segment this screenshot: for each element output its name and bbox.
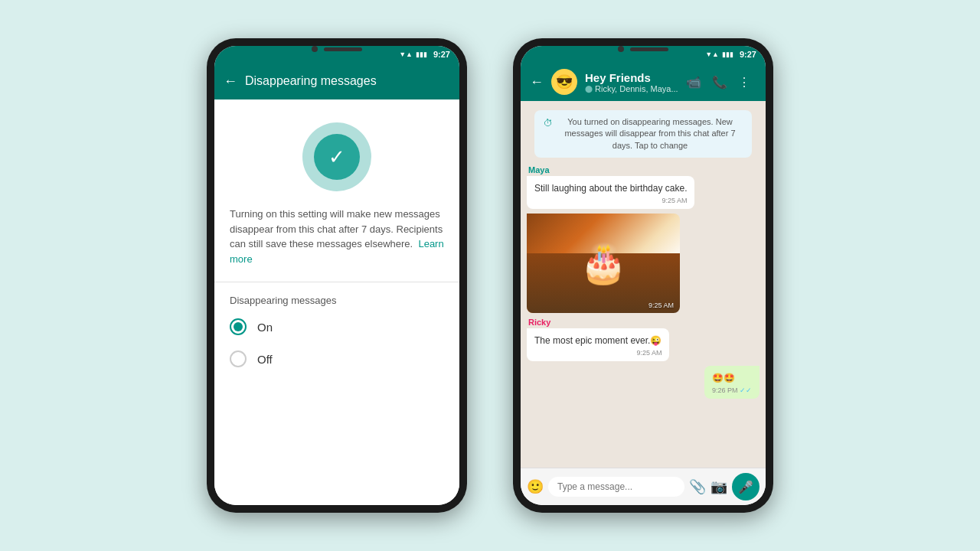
chat-name: Hey Friends <box>585 71 678 84</box>
signal-icon: ▮▮▮ <box>416 51 427 58</box>
description-area: Turning on this setting will make new me… <box>214 207 459 282</box>
maya-time: 9:25 AM <box>534 197 687 204</box>
options-section: Disappearing messages On Off <box>214 295 459 367</box>
chat-title-area[interactable]: Hey Friends ⬤ Ricky, Dennis, Maya... <box>585 71 678 93</box>
message-input[interactable] <box>548 477 684 497</box>
system-notice[interactable]: ⏱ You turned on disappearing messages. N… <box>534 110 752 158</box>
video-call-icon[interactable]: 📹 <box>686 75 701 90</box>
section-divider <box>214 282 459 282</box>
maya-text: Still laughing about the birthday cake. <box>534 183 687 194</box>
bubble-ricky: The most epic moment ever.😜 9:25 AM <box>527 328 669 361</box>
chat-messages: ⏱ You turned on disappearing messages. N… <box>521 101 766 468</box>
settings-title: Disappearing messages <box>245 74 450 88</box>
description-text: Turning on this setting will make new me… <box>230 208 443 249</box>
timer-small-icon: ⏱ <box>544 117 553 130</box>
bubble-maya-text: Still laughing about the birthday cake. … <box>527 176 694 209</box>
message-ricky: Ricky The most epic moment ever.😜 9:25 A… <box>527 318 760 361</box>
sender-maya: Maya <box>528 165 550 174</box>
chat-input-bar: 🙂 📎 📷 🎤 <box>521 468 766 505</box>
options-label: Disappearing messages <box>230 295 444 306</box>
radio-off-label: Off <box>257 353 273 366</box>
camera-dot <box>312 46 318 52</box>
settings-content: ✓ Turning on this setting will make new … <box>214 99 459 505</box>
ricky-time: 9:25 AM <box>534 349 662 357</box>
wifi-icon: ▼▲ <box>399 51 413 58</box>
notice-text: You turned on disappearing messages. New… <box>557 116 743 152</box>
online-dot: ⬤ <box>585 85 593 93</box>
timer-icon: ✓ <box>314 134 360 180</box>
chat-members: Ricky, Dennis, Maya... <box>595 84 678 93</box>
chat-subtitle: ⬤ Ricky, Dennis, Maya... <box>585 84 678 93</box>
wifi-icon-2: ▼▲ <box>705 51 719 58</box>
mic-button[interactable]: 🎤 <box>732 473 760 500</box>
speaker-bar-2 <box>630 47 668 51</box>
back-button-2[interactable]: ← <box>530 74 544 90</box>
signal-icon-2: ▮▮▮ <box>722 51 733 58</box>
phone-settings: ▼▲ ▮▮▮ 9:27 ← Disappearing messages ✓ Tu… <box>207 38 467 513</box>
avatar-emoji: 😎 <box>556 73 573 90</box>
phone-chat: ▼▲ ▮▮▮ 9:27 ← 😎 Hey Friends ⬤ Ricky, Den… <box>513 38 773 513</box>
message-sent: 🤩🤩 9:26 PM ✓✓ <box>527 366 760 399</box>
timer-circle: ✓ <box>302 122 371 191</box>
back-button-1[interactable]: ← <box>224 73 237 90</box>
sent-text: 🤩🤩 <box>712 373 735 383</box>
chat-actions: 📹 📞 ⋮ <box>686 75 750 90</box>
image-time: 9:25 AM <box>648 302 674 309</box>
sender-ricky: Ricky <box>528 318 550 327</box>
speaker-bar <box>324 47 362 51</box>
cake-image-bubble: 9:25 AM <box>527 214 680 313</box>
option-on[interactable]: On <box>230 318 444 335</box>
phone-call-icon[interactable]: 📞 <box>712 75 727 90</box>
status-time-1: 9:27 <box>433 50 450 59</box>
icon-area: ✓ <box>214 99 459 207</box>
chat-toolbar: ← 😎 Hey Friends ⬤ Ricky, Dennis, Maya...… <box>521 63 766 101</box>
camera-icon[interactable]: 📷 <box>710 478 727 495</box>
message-maya-text: Maya Still laughing about the birthday c… <box>527 165 760 209</box>
bubble-sent: 🤩🤩 9:26 PM ✓✓ <box>704 366 760 399</box>
status-time-2: 9:27 <box>740 50 756 59</box>
settings-toolbar: ← Disappearing messages <box>214 63 459 99</box>
emoji-icon[interactable]: 🙂 <box>527 478 544 495</box>
option-off[interactable]: Off <box>230 350 444 367</box>
radio-on[interactable] <box>230 318 247 335</box>
camera-dot-2 <box>618 46 624 52</box>
radio-on-label: On <box>257 321 273 334</box>
attach-icon[interactable]: 📎 <box>689 478 706 495</box>
read-ticks: ✓✓ <box>740 386 752 394</box>
sent-time: 9:26 PM ✓✓ <box>712 386 752 394</box>
group-avatar: 😎 <box>551 69 577 95</box>
message-maya-image: 9:25 AM <box>527 214 760 313</box>
ricky-text: The most epic moment ever.😜 <box>534 335 662 346</box>
more-options-icon[interactable]: ⋮ <box>738 75 750 90</box>
radio-off[interactable] <box>230 350 247 367</box>
birthday-cake-image <box>527 214 680 313</box>
